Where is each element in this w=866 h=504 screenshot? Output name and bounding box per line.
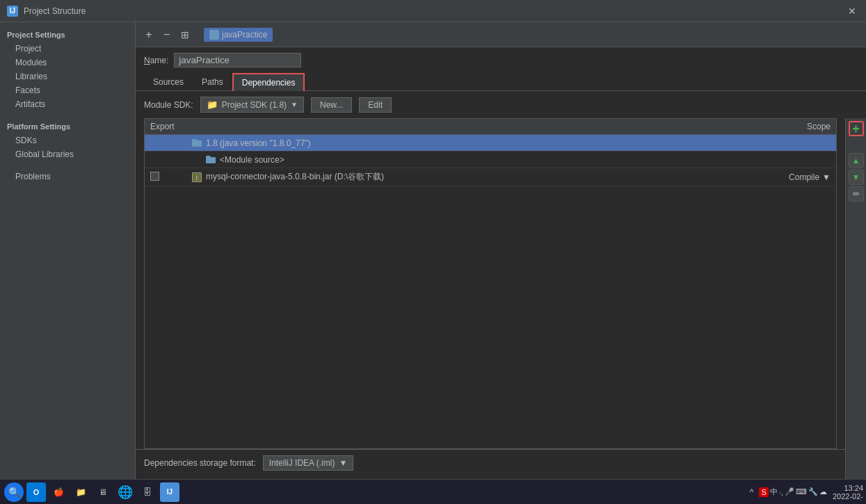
storage-row: Dependencies storage format: IntelliJ ID… — [136, 449, 845, 476]
right-actions: + ▲ ▼ ✏ — [845, 118, 866, 479]
sidebar-item-problems[interactable]: Problems — [0, 170, 135, 184]
sidebar: Project Settings Project Modules Librari… — [0, 22, 136, 479]
sidebar-item-global-libraries[interactable]: Global Libraries — [0, 147, 135, 161]
main-container: Project Settings Project Modules Librari… — [0, 22, 866, 479]
ime-extra2: ☁ — [819, 487, 827, 496]
sidebar-item-project[interactable]: Project — [0, 42, 135, 56]
ime-extra1: 🔧 — [808, 487, 818, 496]
mysql-export-cell — [150, 172, 192, 183]
sidebar-item-libraries[interactable]: Libraries — [0, 70, 135, 83]
project-settings-header: Project Settings — [0, 28, 135, 42]
storage-dropdown-arrow: ▼ — [339, 458, 347, 468]
sidebar-item-modules[interactable]: Modules — [0, 56, 135, 70]
module-item-javapractice[interactable]: javaPractice — [204, 28, 273, 42]
close-button[interactable]: ✕ — [845, 4, 859, 18]
taskbar-pc[interactable]: 🖥 — [93, 482, 113, 502]
dep-table: Export Scope 1.8 (java version "1.8.0_77… — [144, 118, 837, 449]
taskbar-apple[interactable]: 🍎 — [49, 482, 68, 502]
sdk-label: Module SDK: — [144, 100, 193, 110]
tab-sources[interactable]: Sources — [144, 73, 193, 91]
clock-time: 13:24 — [844, 484, 863, 492]
export-col-header: Export — [150, 122, 192, 131]
taskbar-intellij[interactable]: IJ — [160, 482, 179, 502]
sidebar-item-sdks[interactable]: SDKs — [0, 133, 135, 147]
ime-mic: 🎤 — [785, 487, 794, 496]
sdk-dropdown-arrow: ▼ — [291, 101, 298, 108]
dep-area: Export Scope 1.8 (java version "1.8.0_77… — [136, 118, 845, 479]
module-source-name-label: <Module source> — [220, 155, 284, 165]
clock-date: 2022-02- — [833, 492, 863, 501]
storage-label: Dependencies storage format: — [144, 458, 256, 468]
taskbar-outlook[interactable]: O — [26, 482, 46, 502]
mysql-export-checkbox[interactable] — [150, 172, 159, 181]
name-input[interactable] — [174, 53, 301, 67]
name-label: Name: — [144, 56, 168, 65]
add-module-button[interactable]: + — [141, 27, 157, 42]
tab-paths[interactable]: Paths — [193, 73, 232, 91]
new-sdk-button[interactable]: New... — [311, 97, 352, 113]
dep-row-jdk[interactable]: 1.8 (java version "1.8.0_77") — [145, 135, 836, 152]
sdk-dropdown[interactable]: 📁 Project SDK (1.8) ▼ — [200, 97, 304, 113]
module-source-name-cell: <Module source> — [192, 155, 761, 165]
tabs-row: Sources Paths Dependencies — [136, 73, 866, 91]
sdk-folder-icon: 📁 — [207, 99, 218, 110]
sidebar-item-artifacts[interactable]: Artifacts — [0, 97, 135, 111]
copy-module-button[interactable]: ⊞ — [177, 27, 193, 42]
module-item-label: javaPractice — [222, 30, 267, 40]
taskbar-chrome[interactable]: 🌐 — [115, 482, 135, 502]
window-title: Project Structure — [24, 6, 845, 16]
move-down-button[interactable]: ▼ — [849, 170, 864, 185]
tab-dependencies[interactable]: Dependencies — [232, 73, 305, 91]
taskbar-folder[interactable]: 📁 — [71, 482, 90, 502]
scope-col-header: Scope — [761, 122, 831, 131]
title-bar: IJ Project Structure ✕ — [0, 0, 866, 22]
ime-keyboard: ⌨ — [796, 487, 807, 496]
storage-select[interactable]: IntelliJ IDEA (.iml) ▼ — [263, 455, 354, 471]
content-inner: Export Scope 1.8 (java version "1.8.0_77… — [136, 118, 866, 479]
ime-indicator[interactable]: S 中 ·, 🎤 ⌨ 🔧 ☁ — [759, 487, 826, 497]
remove-module-button[interactable]: − — [159, 27, 175, 42]
taskbar-clock: 13:24 2022-02- — [833, 484, 863, 501]
edit-dep-button[interactable]: ✏ — [849, 186, 864, 202]
module-source-folder-icon — [206, 156, 216, 163]
sdk-row: Module SDK: 📁 Project SDK (1.8) ▼ New...… — [136, 91, 866, 118]
ime-s-icon: S — [759, 487, 768, 497]
move-up-button[interactable]: ▲ — [849, 153, 864, 168]
module-folder-icon — [209, 30, 219, 40]
edit-sdk-button[interactable]: Edit — [359, 97, 392, 113]
taskbar: 🔍 O 🍎 📁 🖥 🌐 🗄 IJ ^ S 中 ·, 🎤 ⌨ 🔧 ☁ 13:24 … — [0, 479, 866, 504]
storage-value: IntelliJ IDEA (.iml) — [269, 458, 335, 468]
jdk-name-label: 1.8 (java version "1.8.0_77") — [206, 138, 311, 148]
name-row: Name: — [136, 47, 866, 73]
mysql-scope-label: Compile — [789, 172, 819, 182]
jdk-name-cell: 1.8 (java version "1.8.0_77") — [192, 138, 761, 148]
taskbar-search[interactable]: 🔍 — [4, 482, 24, 502]
name-col-header — [192, 122, 761, 131]
mysql-scope-dropdown-arrow[interactable]: ▼ — [822, 172, 831, 182]
module-toolbar: + − ⊞ javaPractice — [136, 22, 866, 47]
content-area: + − ⊞ javaPractice Name: Sources Paths D… — [136, 22, 866, 479]
add-dep-button[interactable]: + — [849, 121, 864, 136]
dep-row-module-source[interactable]: <Module source> — [145, 152, 836, 168]
dep-row-mysql-jar[interactable]: j mysql-connector-java-5.0.8-bin.jar (D:… — [145, 168, 836, 186]
platform-settings-header: Platform Settings — [0, 120, 135, 133]
mysql-name-label: mysql-connector-java-5.0.8-bin.jar (D:\谷… — [206, 171, 384, 183]
mysql-name-cell: j mysql-connector-java-5.0.8-bin.jar (D:… — [192, 171, 761, 183]
jar-icon: j — [192, 172, 202, 182]
sys-tray-icons: ^ — [750, 487, 754, 497]
ime-zhong: 中 — [770, 487, 778, 497]
jdk-folder-icon — [192, 139, 202, 147]
sdk-value: Project SDK (1.8) — [222, 100, 287, 110]
sidebar-item-facets[interactable]: Facets — [0, 83, 135, 97]
app-icon: IJ — [7, 6, 18, 17]
taskbar-db[interactable]: 🗄 — [138, 482, 157, 502]
mysql-scope-cell[interactable]: Compile ▼ — [761, 172, 831, 182]
dep-table-header: Export Scope — [145, 119, 836, 135]
ime-dot: ·, — [779, 488, 783, 496]
